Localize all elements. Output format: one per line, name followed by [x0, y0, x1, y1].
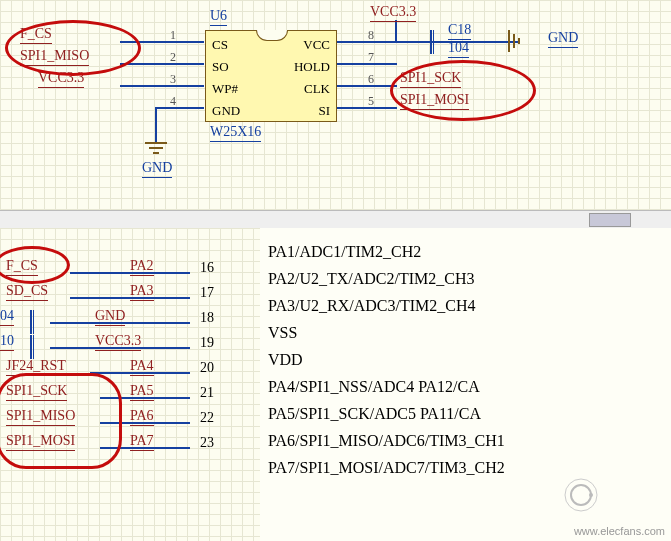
- row-net[interactable]: JF24_RST: [6, 358, 66, 374]
- cap-val: 104: [448, 40, 469, 56]
- pin-func-row: PA2/U2_TX/ADC2/TIM2_CH3: [268, 265, 663, 292]
- wire: [337, 63, 397, 65]
- netlabel-spi1-sck[interactable]: SPI1_SCK: [400, 70, 461, 86]
- pin-func-row: VDD: [268, 346, 663, 373]
- horizontal-scrollbar[interactable]: [0, 210, 671, 230]
- wire: [155, 107, 157, 142]
- scrollbar-thumb[interactable]: [589, 213, 631, 227]
- netlabel-f-cs[interactable]: F_CS: [20, 26, 52, 42]
- gnd-label: GND: [142, 160, 172, 176]
- pin-func-row: PA5/SPI1_SCK/ADC5 PA11/CA: [268, 400, 663, 427]
- elecfans-logo-icon: [561, 475, 601, 515]
- wire: [337, 41, 397, 43]
- pin-name-wp: WP#: [212, 81, 238, 97]
- pin-func-row: PA7/SPI1_MOSI/ADC7/TIM3_CH2: [268, 454, 663, 481]
- pin-name-so: SO: [212, 59, 229, 75]
- wire: [120, 41, 204, 43]
- wire: [155, 107, 204, 109]
- row-net[interactable]: SPI1_MOSI: [6, 433, 75, 449]
- pin-func-row: PA1/ADC1/TIM2_CH2: [268, 238, 663, 265]
- pin-name-si: SI: [318, 103, 330, 119]
- pin-name-clk: CLK: [304, 81, 330, 97]
- wire: [120, 85, 204, 87]
- wire: [120, 63, 204, 65]
- row-pin: 17: [200, 285, 214, 301]
- component-value: W25X16: [210, 124, 261, 140]
- pin-func-row: PA4/SPI1_NSS/ADC4 PA12/CA: [268, 373, 663, 400]
- cap-ref: C18: [448, 22, 471, 38]
- row-pin: 20: [200, 360, 214, 376]
- row-pin: 22: [200, 410, 214, 426]
- pin-name-vcc: VCC: [303, 37, 330, 53]
- row-net: 10: [0, 333, 14, 349]
- row-pin: 23: [200, 435, 214, 451]
- capacitor[interactable]: [30, 310, 34, 334]
- pin-name-hold: HOLD: [294, 59, 330, 75]
- row-pin: 18: [200, 310, 214, 326]
- pin-func-row: PA3/U2_RX/ADC3/TIM2_CH4: [268, 292, 663, 319]
- netlabel-spi1-mosi[interactable]: SPI1_MOSI: [400, 92, 469, 108]
- lower-panel: F_CS PA2 16 SD_CS PA3 17 04 GND 18 10 VC…: [0, 228, 671, 541]
- watermark-text: www.elecfans.com: [574, 525, 665, 537]
- netlabel-vcc33-left[interactable]: VCC3.3: [38, 70, 84, 86]
- netlabel-spi1-miso[interactable]: SPI1_MISO: [20, 48, 89, 64]
- gnd-label-right: GND: [548, 30, 578, 46]
- pin-name-cs: CS: [212, 37, 228, 53]
- row-net[interactable]: SPI1_MISO: [6, 408, 75, 424]
- pin-func-row: VSS: [268, 319, 663, 346]
- row-pin: 19: [200, 335, 214, 351]
- capacitor[interactable]: [30, 335, 34, 359]
- schematic-canvas[interactable]: U6 CS SO WP# GND VCC HOLD CLK SI W25X16 …: [0, 0, 671, 210]
- row-pin: 21: [200, 385, 214, 401]
- row-net[interactable]: SPI1_SCK: [6, 383, 67, 399]
- wire: [395, 20, 397, 43]
- row-net: 04: [0, 308, 14, 324]
- mcu-pin-functions-panel[interactable]: PA1/ADC1/TIM2_CH2 PA2/U2_TX/ADC2/TIM2_CH…: [260, 228, 671, 541]
- netlabel-vcc33-top[interactable]: VCC3.3: [370, 4, 416, 20]
- wire: [337, 107, 397, 109]
- component-ref: U6: [210, 8, 227, 24]
- wire: [337, 85, 397, 87]
- gnd-symbol: [145, 142, 167, 158]
- pin-name-gnd: GND: [212, 103, 240, 119]
- row-net[interactable]: SD_CS: [6, 283, 48, 299]
- row-net[interactable]: F_CS: [6, 258, 38, 274]
- svg-point-2: [589, 493, 593, 497]
- svg-point-0: [571, 485, 591, 505]
- pin-func-row: PA6/SPI1_MISO/ADC6/TIM3_CH1: [268, 427, 663, 454]
- lower-left-schematic[interactable]: F_CS PA2 16 SD_CS PA3 17 04 GND 18 10 VC…: [0, 228, 260, 541]
- chip-w25x16[interactable]: CS SO WP# GND VCC HOLD CLK SI: [205, 30, 337, 122]
- row-pin: 16: [200, 260, 214, 276]
- chip-notch: [256, 30, 288, 41]
